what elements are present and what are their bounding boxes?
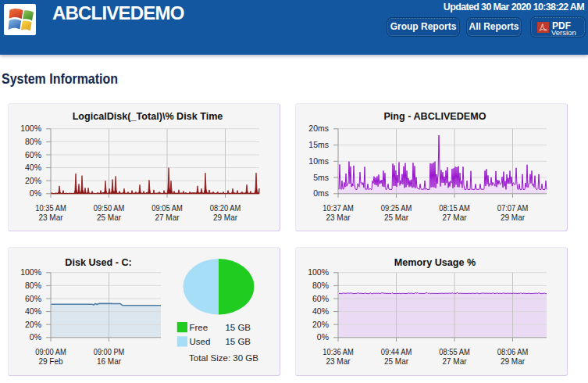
svg-text:Disk Used - C:: Disk Used - C:: [65, 257, 131, 268]
svg-text:100%: 100%: [20, 123, 41, 133]
svg-text:15 GB: 15 GB: [225, 337, 251, 346]
svg-text:Ping - ABCLIVEDEMO: Ping - ABCLIVEDEMO: [383, 111, 486, 122]
svg-text:10:37 AM: 10:37 AM: [323, 204, 354, 213]
svg-text:09:00 PM: 09:00 PM: [94, 348, 125, 356]
svg-text:0%: 0%: [317, 332, 329, 342]
svg-text:27 Mar: 27 Mar: [442, 213, 467, 222]
svg-text:29 Mar: 29 Mar: [501, 213, 526, 222]
svg-text:09:25 AM: 09:25 AM: [381, 204, 412, 213]
svg-text:80%: 80%: [25, 137, 41, 146]
svg-text:15 GB: 15 GB: [225, 323, 251, 332]
svg-text:20%: 20%: [25, 320, 41, 329]
svg-text:29 Mar: 29 Mar: [213, 213, 238, 222]
svg-text:0%: 0%: [30, 188, 41, 198]
svg-text:10:36 AM: 10:36 AM: [323, 348, 354, 356]
svg-text:100%: 100%: [20, 267, 41, 277]
svg-text:07:07 AM: 07:07 AM: [497, 204, 529, 213]
svg-text:09:05 AM: 09:05 AM: [151, 204, 183, 213]
svg-text:27 Mar: 27 Mar: [442, 357, 467, 366]
svg-text:40%: 40%: [25, 306, 41, 316]
svg-text:80%: 80%: [25, 281, 41, 290]
svg-text:60%: 60%: [312, 294, 329, 303]
svg-text:23 Mar: 23 Mar: [38, 213, 63, 222]
svg-text:09:00 AM: 09:00 AM: [35, 348, 66, 356]
svg-text:29 Feb: 29 Feb: [38, 357, 63, 366]
svg-text:09:44 AM: 09:44 AM: [381, 348, 412, 356]
svg-text:23 Mar: 23 Mar: [326, 357, 351, 366]
svg-text:80%: 80%: [312, 281, 329, 290]
svg-text:Used: Used: [190, 337, 211, 346]
svg-text:60%: 60%: [25, 294, 41, 303]
svg-text:LogicalDisk(_Total)\% Disk Tim: LogicalDisk(_Total)\% Disk Time: [73, 111, 223, 122]
svg-text:Total Size: 30 GB: Total Size: 30 GB: [189, 353, 258, 363]
svg-text:0ms: 0ms: [313, 188, 329, 198]
svg-text:Memory Usage %: Memory Usage %: [394, 257, 476, 268]
svg-text:27 Mar: 27 Mar: [155, 213, 180, 222]
svg-text:40%: 40%: [312, 306, 329, 316]
svg-text:25 Mar: 25 Mar: [384, 357, 409, 366]
svg-text:10:35 AM: 10:35 AM: [35, 204, 66, 213]
svg-text:08:06 AM: 08:06 AM: [497, 348, 529, 356]
svg-text:25 Mar: 25 Mar: [97, 213, 122, 222]
svg-text:Free: Free: [190, 323, 208, 332]
svg-text:29 Mar: 29 Mar: [501, 357, 526, 366]
svg-text:60%: 60%: [25, 150, 41, 159]
svg-text:16 Mar: 16 Mar: [97, 357, 122, 366]
svg-text:40%: 40%: [25, 163, 41, 172]
svg-text:09:50 AM: 09:50 AM: [94, 204, 125, 213]
svg-text:100%: 100%: [308, 267, 329, 277]
svg-text:20ms: 20ms: [308, 123, 329, 133]
svg-text:5ms: 5ms: [313, 173, 329, 182]
svg-text:20%: 20%: [25, 176, 41, 185]
svg-text:08:15 AM: 08:15 AM: [439, 204, 470, 213]
svg-text:10ms: 10ms: [308, 156, 329, 166]
svg-text:25 Mar: 25 Mar: [384, 213, 409, 222]
svg-text:15ms: 15ms: [308, 140, 329, 149]
svg-text:08:20 AM: 08:20 AM: [210, 204, 241, 213]
svg-text:20%: 20%: [312, 320, 329, 329]
svg-text:0%: 0%: [30, 332, 41, 342]
svg-text:08:55 AM: 08:55 AM: [439, 348, 470, 356]
svg-text:23 Mar: 23 Mar: [326, 213, 351, 222]
